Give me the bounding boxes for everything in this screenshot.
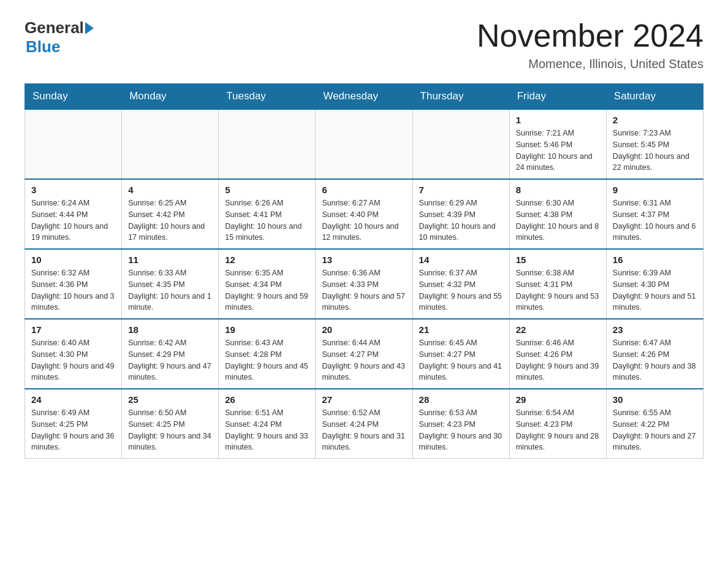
day-number: 17	[31, 324, 115, 335]
day-number: 19	[225, 324, 309, 335]
calendar-day-cell: 12Sunrise: 6:35 AMSunset: 4:34 PMDayligh…	[219, 249, 316, 319]
calendar-day-cell	[122, 109, 219, 179]
day-number: 12	[225, 255, 309, 265]
day-info: Sunrise: 6:44 AMSunset: 4:27 PMDaylight:…	[322, 337, 406, 383]
calendar-table: SundayMondayTuesdayWednesdayThursdayFrid…	[25, 83, 703, 459]
month-title: November 2024	[477, 18, 703, 53]
day-info: Sunrise: 6:36 AMSunset: 4:33 PMDaylight:…	[322, 267, 406, 313]
calendar-day-cell: 15Sunrise: 6:38 AMSunset: 4:31 PMDayligh…	[509, 249, 606, 319]
calendar-day-cell: 19Sunrise: 6:43 AMSunset: 4:28 PMDayligh…	[219, 319, 316, 389]
day-info: Sunrise: 6:51 AMSunset: 4:24 PMDaylight:…	[225, 407, 309, 453]
calendar-day-cell: 26Sunrise: 6:51 AMSunset: 4:24 PMDayligh…	[219, 389, 316, 459]
day-number: 5	[225, 185, 309, 195]
day-info: Sunrise: 6:45 AMSunset: 4:27 PMDaylight:…	[419, 337, 503, 383]
day-of-week-header: Friday	[509, 84, 606, 110]
calendar-week-row: 1Sunrise: 7:21 AMSunset: 5:46 PMDaylight…	[25, 109, 703, 179]
day-number: 7	[419, 185, 503, 195]
calendar-day-cell: 21Sunrise: 6:45 AMSunset: 4:27 PMDayligh…	[412, 319, 509, 389]
day-number: 29	[516, 394, 600, 405]
calendar-day-cell: 4Sunrise: 6:25 AMSunset: 4:42 PMDaylight…	[122, 179, 219, 249]
calendar-day-cell: 1Sunrise: 7:21 AMSunset: 5:46 PMDaylight…	[509, 109, 606, 179]
calendar-day-cell: 11Sunrise: 6:33 AMSunset: 4:35 PMDayligh…	[122, 249, 219, 319]
day-number: 1	[516, 115, 600, 125]
day-info: Sunrise: 7:23 AMSunset: 5:45 PMDaylight:…	[613, 128, 697, 174]
day-number: 23	[613, 324, 697, 335]
day-of-week-header: Tuesday	[219, 84, 316, 110]
day-number: 27	[322, 394, 406, 405]
day-info: Sunrise: 6:29 AMSunset: 4:39 PMDaylight:…	[419, 197, 503, 243]
logo: General Blue	[25, 18, 95, 56]
day-number: 9	[613, 185, 697, 195]
day-number: 16	[613, 255, 697, 265]
calendar-day-cell: 7Sunrise: 6:29 AMSunset: 4:39 PMDaylight…	[412, 179, 509, 249]
calendar-week-row: 3Sunrise: 6:24 AMSunset: 4:44 PMDaylight…	[25, 179, 703, 249]
day-number: 22	[516, 324, 600, 335]
logo-blue-text: Blue	[26, 37, 60, 56]
title-block: November 2024 Momence, Illinois, United …	[477, 18, 703, 71]
day-info: Sunrise: 6:31 AMSunset: 4:37 PMDaylight:…	[613, 197, 697, 243]
day-number: 15	[516, 255, 600, 265]
day-info: Sunrise: 6:33 AMSunset: 4:35 PMDaylight:…	[128, 267, 212, 313]
calendar-day-cell: 24Sunrise: 6:49 AMSunset: 4:25 PMDayligh…	[25, 389, 122, 459]
day-info: Sunrise: 6:55 AMSunset: 4:22 PMDaylight:…	[613, 407, 697, 453]
day-number: 11	[128, 255, 212, 265]
calendar-day-cell: 14Sunrise: 6:37 AMSunset: 4:32 PMDayligh…	[412, 249, 509, 319]
day-number: 18	[128, 324, 212, 335]
calendar-day-cell: 10Sunrise: 6:32 AMSunset: 4:36 PMDayligh…	[25, 249, 122, 319]
day-number: 3	[31, 185, 115, 195]
day-info: Sunrise: 6:42 AMSunset: 4:29 PMDaylight:…	[128, 337, 212, 383]
day-info: Sunrise: 6:49 AMSunset: 4:25 PMDaylight:…	[31, 407, 115, 453]
day-info: Sunrise: 6:46 AMSunset: 4:26 PMDaylight:…	[516, 337, 600, 383]
calendar-day-cell: 28Sunrise: 6:53 AMSunset: 4:23 PMDayligh…	[412, 389, 509, 459]
calendar-week-row: 24Sunrise: 6:49 AMSunset: 4:25 PMDayligh…	[25, 389, 703, 459]
location-text: Momence, Illinois, United States	[477, 57, 703, 71]
calendar-day-cell	[316, 109, 412, 179]
calendar-day-cell: 18Sunrise: 6:42 AMSunset: 4:29 PMDayligh…	[122, 319, 219, 389]
calendar-week-row: 17Sunrise: 6:40 AMSunset: 4:30 PMDayligh…	[25, 319, 703, 389]
day-info: Sunrise: 6:24 AMSunset: 4:44 PMDaylight:…	[31, 197, 115, 243]
calendar-day-cell: 20Sunrise: 6:44 AMSunset: 4:27 PMDayligh…	[316, 319, 412, 389]
day-info: Sunrise: 6:25 AMSunset: 4:42 PMDaylight:…	[128, 197, 212, 243]
calendar-day-cell: 30Sunrise: 6:55 AMSunset: 4:22 PMDayligh…	[606, 389, 703, 459]
calendar-day-cell: 2Sunrise: 7:23 AMSunset: 5:45 PMDaylight…	[606, 109, 703, 179]
calendar-day-cell	[25, 109, 122, 179]
logo-general-text: General	[25, 18, 84, 37]
calendar-day-cell: 8Sunrise: 6:30 AMSunset: 4:38 PMDaylight…	[509, 179, 606, 249]
day-info: Sunrise: 6:50 AMSunset: 4:25 PMDaylight:…	[128, 407, 212, 453]
calendar-day-cell: 29Sunrise: 6:54 AMSunset: 4:23 PMDayligh…	[509, 389, 606, 459]
day-number: 14	[419, 255, 503, 265]
day-info: Sunrise: 6:26 AMSunset: 4:41 PMDaylight:…	[225, 197, 309, 243]
calendar-header-row: SundayMondayTuesdayWednesdayThursdayFrid…	[25, 84, 703, 110]
day-info: Sunrise: 6:27 AMSunset: 4:40 PMDaylight:…	[322, 197, 406, 243]
day-number: 13	[322, 255, 406, 265]
day-of-week-header: Thursday	[412, 84, 509, 110]
page-header: General Blue November 2024 Momence, Illi…	[25, 18, 703, 71]
calendar-day-cell: 3Sunrise: 6:24 AMSunset: 4:44 PMDaylight…	[25, 179, 122, 249]
day-number: 8	[516, 185, 600, 195]
day-info: Sunrise: 6:52 AMSunset: 4:24 PMDaylight:…	[322, 407, 406, 453]
day-number: 30	[613, 394, 697, 405]
day-number: 4	[128, 185, 212, 195]
calendar-day-cell: 5Sunrise: 6:26 AMSunset: 4:41 PMDaylight…	[219, 179, 316, 249]
day-info: Sunrise: 6:47 AMSunset: 4:26 PMDaylight:…	[613, 337, 697, 383]
calendar-day-cell: 6Sunrise: 6:27 AMSunset: 4:40 PMDaylight…	[316, 179, 412, 249]
day-number: 21	[419, 324, 503, 335]
logo-arrow-icon	[85, 22, 94, 34]
day-number: 26	[225, 394, 309, 405]
calendar-day-cell	[219, 109, 316, 179]
calendar-day-cell	[412, 109, 509, 179]
calendar-day-cell: 13Sunrise: 6:36 AMSunset: 4:33 PMDayligh…	[316, 249, 412, 319]
day-number: 25	[128, 394, 212, 405]
calendar-day-cell: 25Sunrise: 6:50 AMSunset: 4:25 PMDayligh…	[122, 389, 219, 459]
day-info: Sunrise: 6:38 AMSunset: 4:31 PMDaylight:…	[516, 267, 600, 313]
day-number: 20	[322, 324, 406, 335]
day-number: 10	[31, 255, 115, 265]
day-of-week-header: Wednesday	[316, 84, 412, 110]
calendar-day-cell: 9Sunrise: 6:31 AMSunset: 4:37 PMDaylight…	[606, 179, 703, 249]
day-info: Sunrise: 7:21 AMSunset: 5:46 PMDaylight:…	[516, 128, 600, 174]
calendar-day-cell: 22Sunrise: 6:46 AMSunset: 4:26 PMDayligh…	[509, 319, 606, 389]
calendar-day-cell: 16Sunrise: 6:39 AMSunset: 4:30 PMDayligh…	[606, 249, 703, 319]
day-info: Sunrise: 6:53 AMSunset: 4:23 PMDaylight:…	[419, 407, 503, 453]
day-number: 28	[419, 394, 503, 405]
day-of-week-header: Saturday	[606, 84, 703, 110]
